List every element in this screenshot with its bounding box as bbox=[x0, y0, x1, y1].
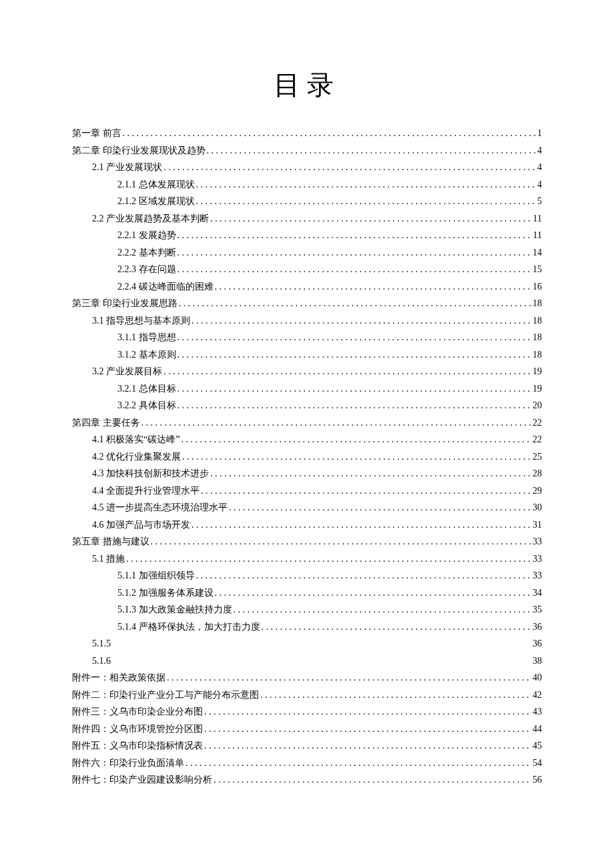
toc-entry-page: 45 bbox=[533, 737, 542, 755]
toc-entry-label: 第三章 印染行业发展思路 bbox=[72, 295, 178, 312]
toc-entry-page: 19 bbox=[533, 363, 542, 380]
toc-entry-page: 18 bbox=[533, 295, 542, 312]
toc-entry: 3.2.1 总体目标19 bbox=[72, 380, 542, 398]
toc-entry: 2.2.4 碳达峰面临的困难16 bbox=[72, 278, 542, 296]
toc-entry: 5.1.4 严格环保执法，加大打击力度36 bbox=[72, 618, 542, 636]
toc-entry-label: 2.1 产业发展现状 bbox=[92, 159, 162, 176]
toc-entry-page: 4 bbox=[537, 176, 542, 193]
toc-entry-page: 38 bbox=[533, 653, 542, 670]
toc-entry-page: 19 bbox=[533, 380, 542, 398]
toc-leader-dots bbox=[167, 669, 531, 687]
toc-entry: 2.1.2 区域发展现状5 bbox=[72, 193, 542, 210]
toc-entry: 3.2 产业发展目标19 bbox=[72, 363, 542, 380]
toc-entry: 2.2.2 基本判断14 bbox=[72, 244, 542, 262]
toc-entry-label: 2.2 产业发展趋势及基本判断 bbox=[92, 210, 209, 228]
toc-entry: 第二章 印染行业发展现状及趋势4 bbox=[72, 142, 542, 159]
toc-leader-dots bbox=[260, 687, 531, 704]
toc-entry-label: 2.2.1 发展趋势 bbox=[117, 227, 176, 244]
toc-leader-dots bbox=[210, 210, 532, 228]
toc-entry-label: 3.2.1 总体目标 bbox=[117, 380, 176, 398]
document-page: 目录 第一章 前言1第二章 印染行业发展现状及趋势42.1 产业发展现状42.1… bbox=[0, 0, 614, 868]
toc-leader-dots bbox=[151, 533, 532, 550]
toc-leader-dots bbox=[215, 278, 532, 296]
toc-entry: 附件二：印染行业产业分工与产能分布示意图42 bbox=[72, 687, 542, 704]
toc-entry-label: 2.2.4 碳达峰面临的困难 bbox=[117, 278, 214, 296]
toc-leader-dots bbox=[178, 261, 532, 278]
toc-entry-label: 附件七：印染产业园建设影响分析 bbox=[72, 771, 212, 789]
table-of-contents: 第一章 前言1第二章 印染行业发展现状及趋势42.1 产业发展现状42.1.1 … bbox=[72, 125, 542, 789]
toc-entry: 2.2.1 发展趋势11 bbox=[72, 227, 542, 244]
toc-entry-page: 33 bbox=[533, 550, 542, 568]
toc-entry-page: 16 bbox=[533, 278, 542, 296]
toc-entry: 第五章 措施与建议33 bbox=[72, 533, 542, 550]
toc-entry: 2.1.1 总体发展现状4 bbox=[72, 176, 542, 193]
toc-leader-dots bbox=[126, 550, 531, 568]
toc-entry-label: 4.3 加快科技创新和技术进步 bbox=[92, 465, 209, 482]
toc-leader-dots bbox=[164, 363, 531, 380]
toc-leader-dots bbox=[178, 244, 532, 262]
toc-leader-dots bbox=[207, 142, 537, 159]
toc-entry-label: 3.1.1 指导思想 bbox=[117, 329, 176, 346]
toc-entry-label: 第四章 主要任务 bbox=[72, 414, 140, 432]
toc-leader-dots bbox=[229, 499, 531, 516]
toc-entry-page: 4 bbox=[537, 142, 542, 159]
toc-entry-label: 4.2 优化行业集聚发展 bbox=[92, 448, 181, 466]
toc-entry-page: 36 bbox=[533, 618, 542, 636]
toc-entry-label: 附件二：印染行业产业分工与产能分布示意图 bbox=[72, 687, 259, 704]
toc-leader-dots bbox=[186, 755, 531, 772]
toc-entry-label: 第二章 印染行业发展现状及趋势 bbox=[72, 142, 206, 159]
toc-leader-dots bbox=[178, 346, 532, 364]
toc-leader-dots bbox=[164, 159, 536, 176]
toc-entry-label: 5.1.6 bbox=[92, 653, 111, 670]
toc-entry-page: 4 bbox=[537, 159, 542, 176]
toc-entry-page: 29 bbox=[533, 482, 542, 500]
toc-entry: 3.2.2 具体目标20 bbox=[72, 397, 542, 414]
toc-entry-page: 42 bbox=[533, 687, 542, 704]
toc-leader-dots bbox=[178, 380, 532, 398]
toc-entry-label: 3.1.2 基本原则 bbox=[117, 346, 176, 364]
page-title: 目录 bbox=[72, 67, 542, 103]
toc-entry-page: 54 bbox=[533, 755, 542, 772]
toc-entry-page: 1 bbox=[537, 125, 542, 142]
toc-entry-label: 附件六：印染行业负面清单 bbox=[72, 755, 184, 772]
toc-leader-dots bbox=[181, 431, 531, 448]
toc-leader-dots bbox=[196, 193, 537, 210]
toc-entry-label: 第一章 前言 bbox=[72, 125, 121, 142]
toc-entry-label: 附件五：义乌市印染指标情况表 bbox=[72, 737, 203, 755]
toc-entry-label: 附件三：义乌市印染企业分布图 bbox=[72, 703, 203, 721]
toc-leader-dots bbox=[262, 618, 532, 636]
toc-entry: 4.1 积极落实“碳达峰”22 bbox=[72, 431, 542, 448]
toc-entry-label: 2.1.1 总体发展现状 bbox=[117, 176, 195, 193]
toc-leader-dots bbox=[204, 703, 531, 721]
toc-leader-dots bbox=[204, 737, 531, 755]
toc-entry-page: 36 bbox=[533, 635, 542, 653]
toc-entry-page: 15 bbox=[533, 261, 542, 278]
toc-entry-page: 31 bbox=[533, 516, 542, 534]
toc-leader-dots bbox=[214, 771, 531, 789]
toc-leader-dots bbox=[192, 312, 531, 330]
toc-entry: 2.2.3 存在问题15 bbox=[72, 261, 542, 278]
toc-entry-page: 34 bbox=[533, 584, 542, 602]
toc-entry-page: 35 bbox=[533, 601, 542, 618]
toc-entry-label: 5.1.3 加大政策金融扶持力度 bbox=[117, 601, 232, 618]
toc-entry: 5.1.638 bbox=[72, 653, 542, 670]
toc-entry-page: 33 bbox=[533, 567, 542, 584]
toc-leader-dots bbox=[204, 721, 531, 738]
toc-entry: 第一章 前言1 bbox=[72, 125, 542, 142]
toc-leader-dots bbox=[182, 448, 531, 466]
toc-leader-dots bbox=[179, 295, 532, 312]
toc-entry-label: 5.1.2 加强服务体系建设 bbox=[117, 584, 214, 602]
toc-entry-page: 30 bbox=[533, 499, 542, 516]
toc-entry-page: 56 bbox=[533, 771, 542, 789]
toc-entry-page: 25 bbox=[533, 448, 542, 466]
toc-entry-label: 5.1.4 严格环保执法，加大打击力度 bbox=[117, 618, 260, 636]
toc-entry-page: 43 bbox=[533, 703, 542, 721]
toc-entry-page: 33 bbox=[533, 533, 542, 550]
toc-entry-page: 11 bbox=[533, 210, 542, 228]
toc-leader-dots bbox=[201, 482, 531, 500]
toc-entry-label: 3.1 指导思想与基本原则 bbox=[92, 312, 190, 330]
toc-entry-label: 5.1.5 bbox=[92, 635, 111, 653]
toc-entry: 5.1.2 加强服务体系建设34 bbox=[72, 584, 542, 602]
toc-entry: 附件三：义乌市印染企业分布图43 bbox=[72, 703, 542, 721]
toc-entry-label: 2.2.2 基本判断 bbox=[117, 244, 176, 262]
